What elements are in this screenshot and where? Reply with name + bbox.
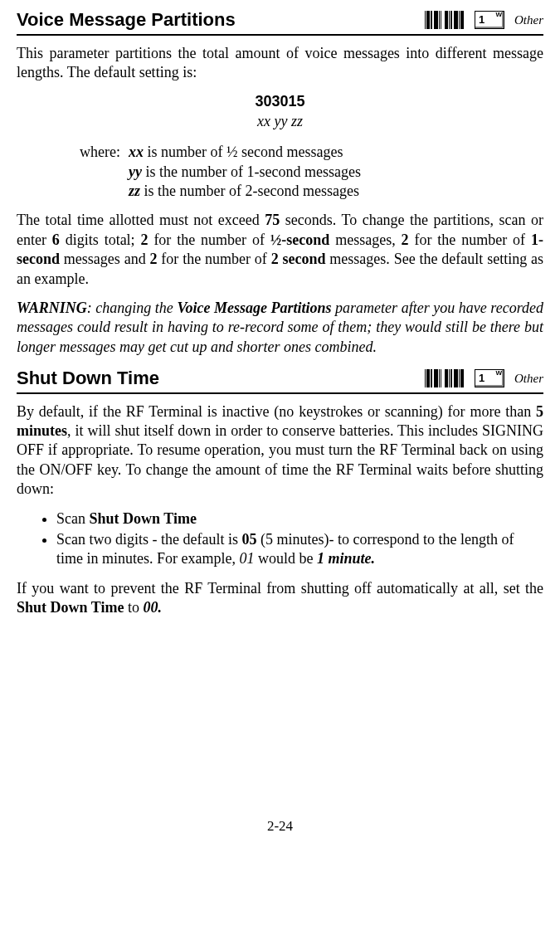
- barcode-icon: [425, 11, 465, 29]
- warning-para: WARNING: changing the Voice Message Part…: [17, 299, 543, 357]
- section-header-voice: Voice Message Partitions 1 Other: [17, 8, 543, 36]
- prevent-shutoff-para: If you want to prevent the RF Terminal f…: [17, 579, 543, 618]
- section-header-shutdown: Shut Down Time 1 Other: [17, 367, 543, 394]
- where-block: where: xx is number of ½ second messages…: [62, 143, 543, 201]
- header-indicators: 1 Other: [425, 369, 543, 387]
- intro-para: This parameter partitions the total amou…: [17, 44, 543, 83]
- section-title: Voice Message Partitions: [17, 8, 236, 32]
- keycap-icon: 1: [475, 11, 504, 29]
- list-item: Scan two digits - the default is 05 (5 m…: [56, 530, 543, 569]
- shutdown-intro-para: By default, if the RF Terminal is inacti…: [17, 402, 543, 499]
- section-title: Shut Down Time: [17, 367, 159, 391]
- where-zz: zz is the number of 2-second messages: [129, 182, 543, 201]
- total-time-para: The total time allotted must not exceed …: [17, 211, 543, 289]
- barcode-icon: [425, 369, 465, 387]
- where-yy: yy is the number of 1-second messages: [129, 163, 543, 182]
- instruction-list: Scan Shut Down Time Scan two digits - th…: [17, 509, 543, 569]
- where-content: xx is number of ½ second messages yy is …: [129, 143, 543, 201]
- other-label: Other: [514, 371, 543, 387]
- page-number: 2-24: [17, 817, 543, 836]
- keycap-icon: 1: [475, 369, 504, 387]
- default-setting-block: 303015 xx yy zz: [17, 92, 543, 131]
- other-label: Other: [514, 12, 543, 29]
- default-code: 303015: [17, 92, 543, 111]
- where-xx: xx is number of ½ second messages: [129, 143, 543, 162]
- default-vars: xx yy zz: [17, 112, 543, 131]
- list-item: Scan Shut Down Time: [56, 509, 543, 529]
- where-label: where:: [62, 143, 129, 201]
- header-indicators: 1 Other: [425, 11, 543, 29]
